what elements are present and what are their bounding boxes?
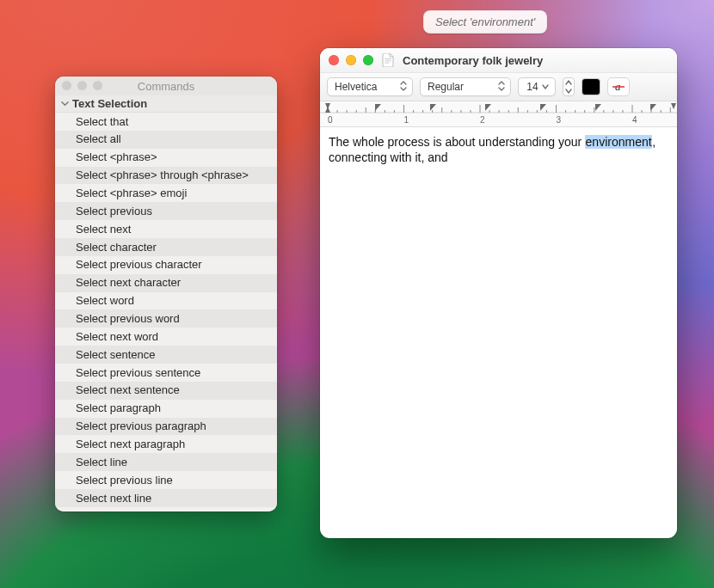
commands-window-title: Commands [138,80,194,93]
svg-marker-43 [375,104,381,111]
svg-marker-47 [595,104,601,111]
command-row[interactable]: Select previous line [55,471,277,489]
voice-transcript-bubble: Select 'environment' [423,10,547,34]
stepper-up-icon[interactable] [563,78,574,87]
command-row[interactable]: Select <phrase> through <phrase> [55,167,277,185]
command-row[interactable]: Select character [55,238,277,256]
traffic-lights-inactive [62,81,102,90]
command-row[interactable]: Select next sentence [55,382,277,400]
minimize-icon[interactable] [346,55,356,65]
command-row[interactable]: Select next character [55,274,277,292]
document-title: Contemporary folk jewelry [403,54,543,67]
zoom-icon[interactable] [93,81,102,90]
command-row[interactable]: Select <phrase> emoji [55,184,277,202]
close-icon[interactable] [62,81,71,90]
close-icon[interactable] [329,55,339,65]
ruler-label: 1 [404,115,409,125]
ruler-label: 0 [328,115,333,125]
updown-icon [400,81,407,94]
ruler-label: 2 [480,115,485,125]
svg-rect-1 [385,60,391,61]
doc-text-pre: The whole process is about understanding… [329,135,585,149]
strikethrough-icon: a [612,80,625,94]
font-style-select[interactable]: Regular [420,77,511,96]
command-row[interactable]: Select that [55,113,277,131]
textedit-titlebar[interactable]: Contemporary folk jewelry [320,48,677,72]
font-size-value: 14 [526,81,538,93]
svg-rect-0 [385,58,391,59]
text-color-swatch[interactable] [582,78,600,95]
commands-window: Commands Text Selection Select thatSelec… [55,77,277,511]
commands-section-title: Text Selection [72,97,147,110]
stepper-down-icon[interactable] [563,87,574,95]
chevron-down-icon [542,81,549,93]
svg-marker-50 [325,107,330,113]
command-row[interactable]: Select line [55,453,277,471]
command-row[interactable]: Select <phrase> [55,149,277,167]
command-row[interactable]: Select next paragraph [55,435,277,453]
zoom-icon[interactable] [363,55,373,65]
minimize-icon[interactable] [77,81,87,90]
command-row[interactable]: Select next line [55,489,277,507]
textedit-window: Contemporary folk jewelry Helvetica Regu… [320,48,677,538]
command-row[interactable]: Select next word [55,328,277,346]
textedit-toolbar: Helvetica Regular 14 a [320,72,677,101]
font-style-value: Regular [428,81,464,93]
commands-list: Select thatSelect allSelect <phrase>Sele… [55,113,277,511]
traffic-lights [329,55,373,65]
font-family-value: Helvetica [335,81,377,93]
command-row[interactable]: Select all [55,131,277,149]
svg-marker-44 [430,104,436,111]
chevron-down-icon [60,100,69,108]
command-row[interactable]: Select paragraph [55,400,277,418]
commands-titlebar[interactable]: Commands [55,77,277,95]
font-size-stepper[interactable] [563,77,575,96]
ruler[interactable]: 01234 [320,101,677,127]
svg-marker-51 [671,103,676,109]
command-row[interactable]: Select word [55,292,277,310]
ruler-label: 3 [557,115,562,125]
voice-transcript-text: Select 'environment' [435,15,535,28]
command-row[interactable]: Select previous [55,202,277,220]
command-row[interactable]: Select previous word [55,309,277,328]
ruler-label: 4 [632,115,637,125]
command-row[interactable]: Select sentence [55,346,277,364]
document-icon [382,53,394,67]
updown-icon [498,81,505,94]
command-row[interactable]: Select previous <count> characte… [55,507,277,511]
command-row[interactable]: Select next [55,220,277,238]
command-row[interactable]: Select previous paragraph [55,418,277,436]
strikethrough-button[interactable]: a [607,77,630,96]
command-row[interactable]: Select previous character [55,256,277,274]
ruler-ticks [320,101,677,127]
document-body[interactable]: The whole process is about understanding… [320,127,677,538]
font-family-select[interactable]: Helvetica [327,77,413,96]
doc-text-highlight: environment [585,135,652,149]
svg-marker-45 [485,104,491,111]
svg-marker-46 [540,104,546,111]
svg-rect-2 [385,63,389,64]
command-row[interactable]: Select previous sentence [55,364,277,382]
commands-section-header[interactable]: Text Selection [55,95,277,113]
font-size-select[interactable]: 14 [518,77,556,96]
svg-marker-48 [650,104,656,111]
